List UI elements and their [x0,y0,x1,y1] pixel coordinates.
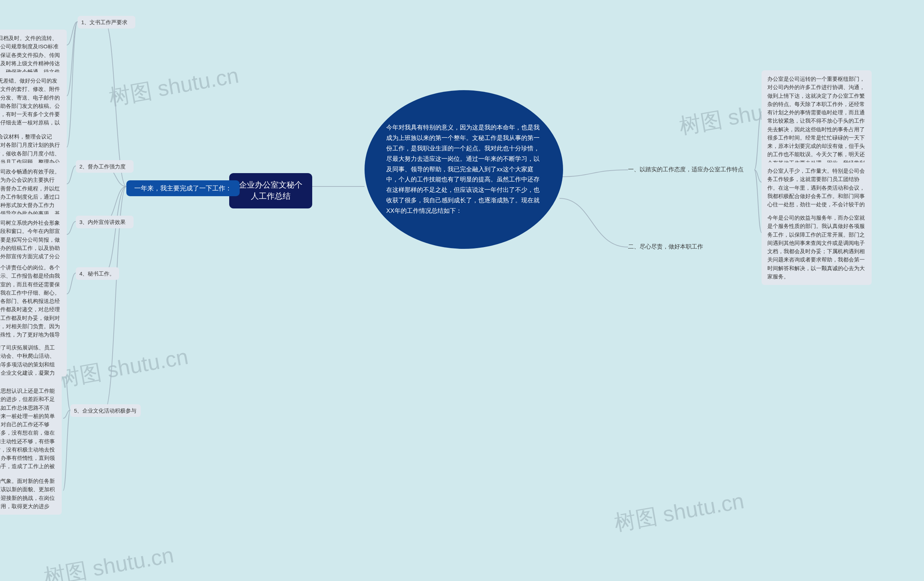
right-topic-2[interactable]: 二、尽心尽责，做好本职工作 [628,243,703,251]
left-topic-5-detail-3[interactable]: 新的一年有新的气象。面对新的任务新的压力，我也应该以新的面貌、更加积极主动的态度… [0,472,62,515]
root-node[interactable]: 企业办公室文秘个人工作总结 [229,173,312,209]
left-topic-5-detail-2[interactable]: 一年来，无论在思想认识上还是工作能力上都有了较大的进步，但差距和不足还是存在的：… [0,382,62,483]
watermark: 树图 shutu.cn [612,487,746,538]
intro-ellipse[interactable]: 今年对我具有特别的意义，因为这是我的本命年，也是我成为上班族以来的第一个整年。文… [365,90,563,249]
watermark: 树图 shutu.cn [56,342,191,394]
left-branch[interactable]: 一年来，我主要完成了一下工作： [126,180,240,196]
left-topic-5[interactable]: 5、企业文化活动积极参与 [70,404,141,417]
left-topic-1[interactable]: 1、文书工作严要求 [78,16,135,28]
left-topic-2[interactable]: 2、督办工作强力度 [76,160,134,173]
left-topic-3[interactable]: 3、内外宣传讲效果 [76,216,134,228]
right-topic-1-detail-3[interactable]: 今年是公司的效益与服务年，而办公室就是个服务性质的部门。我认真做好各项服务工作，… [762,209,872,285]
watermark: 树图 shutu.cn [107,61,241,112]
left-topic-4[interactable]: 4、秘书工作。 [76,267,119,280]
right-topic-1[interactable]: 一、以踏实的工作态度，适应办公室工作特点 [628,166,744,173]
watermark: 树图 shutu.cn [42,541,176,581]
